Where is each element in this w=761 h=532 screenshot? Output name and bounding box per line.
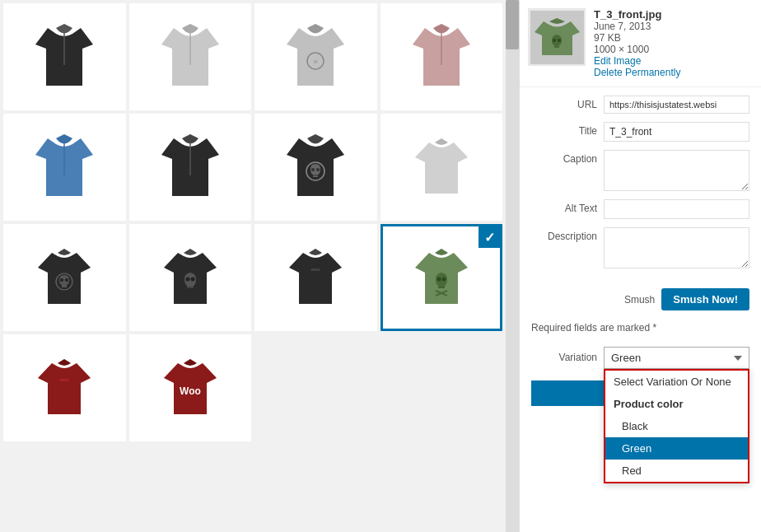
caption-row: Caption: [531, 150, 749, 191]
delete-image-link[interactable]: Delete Permanently: [594, 67, 753, 78]
media-item[interactable]: Woo: [129, 334, 252, 441]
svg-text:woo: woo: [59, 377, 70, 382]
url-label: URL: [531, 96, 597, 110]
alt-text-row: Alt Text: [531, 199, 749, 219]
image-filename: T_3_front.jpg: [594, 8, 753, 21]
variation-select[interactable]: Green Select Variation Or None Black Red: [604, 347, 749, 369]
scrollbar-thumb[interactable]: [506, 0, 519, 49]
alt-text-label: Alt Text: [531, 199, 597, 214]
media-item[interactable]: [129, 224, 252, 331]
svg-point-27: [558, 39, 561, 42]
title-label: Title: [531, 122, 597, 137]
media-grid: ☠: [0, 0, 519, 445]
alt-text-input[interactable]: [604, 199, 749, 219]
url-input[interactable]: [604, 96, 749, 114]
title-input[interactable]: [604, 122, 749, 142]
svg-point-18: [437, 278, 441, 282]
preview-thumbnail: [528, 8, 586, 66]
svg-point-19: [441, 278, 446, 282]
smush-row: Smush Smush Now!: [520, 285, 761, 314]
media-item-empty: [254, 334, 377, 441]
media-item[interactable]: ☠: [254, 3, 377, 110]
smush-label: Smush: [624, 294, 655, 306]
variation-row: Variation Green Select Variation Or None…: [520, 343, 761, 372]
title-row: Title: [531, 122, 749, 142]
variation-dropdown: Select Variation Or None Product color B…: [604, 369, 749, 483]
media-item[interactable]: [129, 3, 252, 110]
media-item[interactable]: [380, 114, 503, 221]
dropdown-option-black[interactable]: Black: [605, 415, 748, 437]
dropdown-option-none[interactable]: Select Variation Or None: [605, 371, 748, 393]
details-panel: T_3_front.jpg June 7, 2013 97 KB 1000 × …: [519, 0, 761, 532]
media-item[interactable]: [3, 224, 126, 331]
svg-point-13: [65, 278, 68, 282]
edit-image-link[interactable]: Edit Image: [594, 55, 753, 67]
svg-point-10: [316, 168, 320, 171]
svg-point-14: [185, 278, 189, 282]
media-item-empty: [380, 334, 503, 441]
media-item[interactable]: [129, 114, 252, 221]
required-note: Required fields are marked *: [520, 319, 761, 337]
svg-point-12: [60, 278, 63, 282]
description-input[interactable]: [604, 227, 749, 268]
dropdown-option-red[interactable]: Red: [605, 460, 748, 482]
svg-text:☠: ☠: [313, 58, 318, 64]
selection-checkmark: ✓: [479, 226, 500, 248]
dropdown-group-product-color: Product color: [605, 393, 748, 415]
description-label: Description: [531, 227, 597, 242]
image-preview-section: T_3_front.jpg June 7, 2013 97 KB 1000 × …: [520, 0, 761, 87]
media-item[interactable]: woo: [254, 224, 377, 331]
svg-point-15: [190, 278, 194, 282]
dropdown-option-green[interactable]: Green: [605, 437, 748, 460]
svg-text:woo: woo: [310, 267, 321, 272]
image-dimensions: 1000 × 1000: [594, 44, 753, 55]
image-filesize: 97 KB: [594, 32, 753, 44]
media-item-selected[interactable]: ✓: [380, 224, 503, 331]
caption-label: Caption: [531, 150, 597, 165]
media-grid-panel: ☠: [0, 0, 519, 532]
media-item[interactable]: [254, 114, 377, 221]
caption-input[interactable]: [604, 150, 749, 191]
media-item[interactable]: woo: [3, 334, 126, 441]
variation-select-wrapper: Green Select Variation Or None Black Red…: [604, 347, 749, 369]
image-date: June 7, 2013: [594, 21, 753, 32]
image-meta: T_3_front.jpg June 7, 2013 97 KB 1000 × …: [594, 8, 753, 78]
svg-point-9: [311, 168, 315, 171]
scrollbar-track[interactable]: [506, 0, 519, 532]
description-row: Description: [531, 227, 749, 268]
smush-button[interactable]: Smush Now!: [661, 288, 749, 310]
media-item[interactable]: [3, 114, 126, 221]
media-item[interactable]: [3, 3, 126, 110]
svg-text:Woo: Woo: [180, 385, 201, 397]
url-row: URL: [531, 96, 749, 114]
variation-label: Variation: [531, 347, 597, 363]
svg-point-26: [553, 39, 556, 42]
media-item[interactable]: [380, 3, 503, 110]
form-section: URL Title Caption Alt Text Description: [520, 87, 761, 285]
